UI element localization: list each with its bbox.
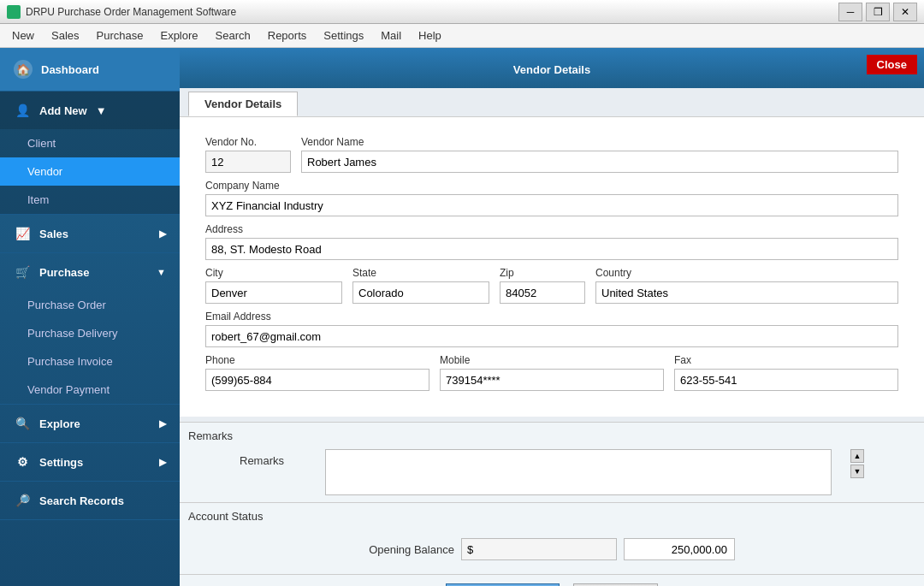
country-input[interactable] (595, 281, 898, 304)
remarks-scrollbar: ▲ ▼ (850, 449, 864, 478)
purchase-arrow: ▼ (157, 267, 166, 277)
menu-purchase[interactable]: Purchase (88, 26, 152, 45)
menu-new[interactable]: New (3, 26, 43, 45)
phone-group: Phone (205, 354, 429, 391)
zip-label: Zip (500, 267, 585, 279)
sidebar-item-explore[interactable]: 🔍 Explore ▶ (0, 405, 180, 442)
sales-icon: 📈 (14, 225, 31, 242)
sidebar-section-settings: ⚙ Settings ▶ (0, 443, 180, 482)
account-status-title: Account Status (188, 510, 915, 523)
address-input[interactable] (205, 238, 898, 260)
vendor-no-label: Vendor No. (205, 136, 291, 148)
sidebar-section-search-records: 🔎 Search Records (0, 482, 180, 520)
vendor-name-label: Vendor Name (301, 136, 898, 148)
zip-group: Zip (500, 267, 585, 304)
mobile-input[interactable] (440, 369, 664, 391)
fax-input[interactable] (674, 369, 898, 391)
explore-icon: 🔍 (14, 415, 31, 432)
button-row: ✔ Save Vendor ✖ Cancel (180, 574, 924, 586)
scroll-up-arrow[interactable]: ▲ (850, 449, 864, 463)
email-input[interactable] (205, 325, 898, 347)
remarks-section-title: Remarks (188, 429, 915, 442)
sidebar-section-purchase: 🛒 Purchase ▼ Purchase Order Purchase Del… (0, 253, 180, 405)
state-input[interactable] (352, 281, 489, 304)
menu-explore[interactable]: Explore (151, 26, 206, 45)
sidebar-add-new-header[interactable]: 👤 Add New ▼ (0, 92, 180, 129)
vendor-name-group: Vendor Name (301, 136, 898, 173)
window-controls: ─ ❒ ✕ (838, 3, 917, 21)
purchase-sub-items: Purchase Order Purchase Delivery Purchas… (0, 291, 180, 404)
sidebar-item-purchase[interactable]: 🛒 Purchase ▼ (0, 253, 180, 291)
menu-sales[interactable]: Sales (43, 26, 88, 45)
remarks-label: Remarks (240, 449, 308, 467)
sidebar: 🏠 Dashboard 👤 Add New ▼ Client Vendor It… (0, 48, 180, 586)
title-bar-text: DRPU Purchase Order Management Software (26, 6, 838, 18)
settings-arrow: ▶ (159, 457, 166, 468)
city-group: City (205, 267, 342, 304)
purchase-icon: 🛒 (14, 263, 31, 281)
city-input[interactable] (205, 281, 342, 304)
company-name-input[interactable] (205, 194, 898, 216)
zip-input[interactable] (500, 281, 585, 304)
phone-label: Phone (205, 354, 429, 366)
sales-label: Sales (39, 228, 68, 240)
country-label: Country (595, 267, 898, 279)
add-new-sub-items: Client Vendor Item (0, 129, 180, 214)
search-records-label: Search Records (39, 494, 124, 507)
sidebar-section-sales: 📈 Sales ▶ (0, 215, 180, 253)
menu-settings[interactable]: Settings (315, 26, 372, 45)
add-new-icon: 👤 (14, 102, 31, 119)
opening-balance-row: Opening Balance (188, 531, 915, 567)
vendor-no-group: Vendor No. (205, 136, 291, 173)
sidebar-item-dashboard[interactable]: 🏠 Dashboard (0, 48, 180, 92)
sidebar-item-purchase-invoice[interactable]: Purchase Invoice (0, 347, 180, 376)
search-records-icon: 🔎 (14, 492, 31, 509)
close-window-button[interactable]: ✕ (893, 3, 917, 21)
sidebar-item-purchase-delivery[interactable]: Purchase Delivery (0, 319, 180, 347)
add-new-arrow: ▼ (96, 104, 107, 117)
state-group: State (352, 267, 489, 304)
tab-bar: Vendor Details (180, 88, 924, 117)
minimize-button[interactable]: ─ (838, 3, 862, 21)
explore-label: Explore (39, 417, 80, 430)
phone-input[interactable] (205, 369, 429, 391)
company-name-label: Company Name (205, 180, 898, 192)
sidebar-item-vendor-payment[interactable]: Vendor Payment (0, 376, 180, 404)
settings-label: Settings (39, 456, 83, 469)
vendor-name-input[interactable] (301, 151, 898, 173)
vendor-form-body: Vendor No. Vendor Name Company Name (180, 117, 924, 417)
sidebar-item-item[interactable]: Item (0, 186, 180, 214)
form-row-location: City State Zip Country (205, 267, 898, 304)
vendor-no-input[interactable] (205, 151, 291, 173)
menu-mail[interactable]: Mail (372, 26, 410, 45)
content-area: Vendor Details Close Vendor Details Vend… (180, 48, 924, 586)
tab-vendor-details[interactable]: Vendor Details (188, 92, 298, 116)
scroll-down-arrow[interactable]: ▼ (850, 465, 864, 478)
remarks-row: Remarks ▲ ▼ (188, 449, 915, 495)
menu-search[interactable]: Search (207, 26, 259, 45)
sidebar-item-client[interactable]: Client (0, 129, 180, 157)
fax-label: Fax (674, 354, 898, 366)
account-status-section: Account Status Opening Balance (180, 502, 924, 574)
dashboard-label: Dashboard (41, 63, 99, 76)
address-label: Address (205, 223, 898, 235)
sidebar-item-search-records[interactable]: 🔎 Search Records (0, 482, 180, 519)
vendor-panel-title: Vendor Details (513, 63, 590, 76)
sidebar-item-vendor[interactable]: Vendor (0, 157, 180, 186)
mobile-label: Mobile (440, 354, 664, 366)
sidebar-section-explore: 🔍 Explore ▶ (0, 405, 180, 443)
remarks-input[interactable] (325, 449, 832, 495)
vendor-panel: Vendor Details Close Vendor Details Vend… (180, 48, 924, 586)
menu-reports[interactable]: Reports (259, 26, 316, 45)
close-panel-button[interactable]: Close (867, 55, 917, 74)
fax-group: Fax (674, 354, 898, 391)
sidebar-item-settings[interactable]: ⚙ Settings ▶ (0, 443, 180, 481)
menu-help[interactable]: Help (410, 26, 450, 45)
sidebar-item-purchase-order[interactable]: Purchase Order (0, 291, 180, 319)
email-label: Email Address (205, 311, 898, 323)
settings-icon: ⚙ (14, 453, 31, 471)
opening-balance-input[interactable] (624, 538, 735, 560)
sidebar-item-sales[interactable]: 📈 Sales ▶ (0, 215, 180, 252)
sidebar-section-add-new: 👤 Add New ▼ Client Vendor Item (0, 92, 180, 215)
restore-button[interactable]: ❒ (866, 3, 890, 21)
